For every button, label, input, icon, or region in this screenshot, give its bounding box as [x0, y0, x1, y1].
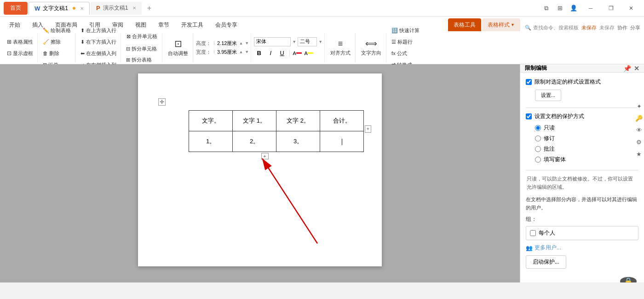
- side-icon-5[interactable]: ★: [634, 149, 644, 159]
- font-color-bar: [296, 52, 302, 54]
- tab-start[interactable]: 开始: [4, 18, 26, 31]
- panel-close-btn[interactable]: ✕: [634, 65, 639, 72]
- unsaved-text: 未保存: [599, 24, 615, 31]
- draw-table-btn[interactable]: ✏️ 绘制表格: [40, 25, 73, 35]
- revisions-label: 修订: [544, 135, 555, 142]
- show-frame-btn[interactable]: ⊡ 显示虚框: [5, 48, 35, 58]
- revisions-radio[interactable]: [535, 135, 541, 141]
- tab-member[interactable]: 会员专享: [210, 18, 243, 31]
- bold-btn[interactable]: B: [254, 48, 264, 58]
- add-tab-button[interactable]: +: [143, 2, 155, 15]
- grid-icon[interactable]: ⊞: [554, 2, 566, 14]
- eraser-label: 擦除: [51, 39, 61, 45]
- demo-tab[interactable]: P 演示文稿1 ✕: [91, 2, 142, 15]
- add-row-button[interactable]: +: [261, 153, 269, 159]
- font-size-input[interactable]: [298, 37, 317, 46]
- protect-button[interactable]: 启动保护...: [526, 255, 566, 269]
- insert-left-btn[interactable]: ⬅ 在左侧插入列: [78, 48, 119, 58]
- height-value: 2.12厘米: [217, 40, 237, 47]
- ribbon-group-draw: ✏️ 绘制表格 🧹 擦除 🗑 删除 ⊞ 汇总: [39, 33, 75, 62]
- restore-button[interactable]: ❐: [602, 2, 620, 15]
- tab-chapter[interactable]: 章节: [153, 18, 175, 31]
- comments-radio[interactable]: [535, 146, 541, 152]
- table-attr-btn[interactable]: ⊞ 表格属性: [5, 37, 35, 47]
- delete-btn[interactable]: 🗑 删除: [40, 48, 73, 58]
- table-icon: ⊞: [7, 39, 12, 45]
- lock-circle-button[interactable]: 🔒: [620, 277, 637, 282]
- readonly-label: 只读: [544, 124, 555, 132]
- more-users-icon: 👥: [526, 245, 533, 251]
- more-users-button[interactable]: 👥 更多用户...: [526, 244, 638, 252]
- tab-developer[interactable]: 开发工具: [176, 18, 209, 31]
- side-icon-3[interactable]: 👁: [634, 125, 644, 135]
- side-icon-4[interactable]: ⚙: [634, 137, 644, 147]
- eraser-btn[interactable]: 🧹 擦除: [40, 37, 73, 47]
- user-icon[interactable]: 👤: [568, 2, 580, 14]
- height-spin-down[interactable]: ▼: [245, 41, 249, 45]
- table-header-0[interactable]: 文字。: [189, 111, 233, 131]
- insert-below-btn[interactable]: ⬇ 在下方插入行: [78, 37, 119, 47]
- side-icon-2[interactable]: 🔑: [634, 113, 644, 123]
- width-spin-down[interactable]: ▼: [245, 50, 249, 54]
- textdir-btn[interactable]: ⟺ 文字方向: [358, 35, 384, 61]
- split-cells-btn[interactable]: ⊟ 拆分单元格: [124, 44, 160, 54]
- fillform-radio[interactable]: [535, 157, 541, 163]
- underline-btn[interactable]: U: [277, 48, 287, 58]
- home-tab-label: 首页: [10, 4, 21, 12]
- insert-above-btn[interactable]: ⬆ 在上方插入行: [78, 25, 119, 35]
- home-tab[interactable]: 首页: [4, 2, 28, 15]
- wdoc-tab[interactable]: W 文字文稿1 ✕: [29, 2, 90, 15]
- table-header-1[interactable]: 文字 1。: [233, 111, 276, 131]
- tab-view[interactable]: 视图: [130, 18, 152, 31]
- panel-sub-description: 在文档中选择部分内容，并选择可以对其进行编辑的用户。: [526, 196, 638, 212]
- italic-btn[interactable]: I: [265, 48, 276, 58]
- wdoc-label: 文字文稿1: [43, 5, 68, 12]
- settings-button[interactable]: 设置...: [535, 90, 561, 101]
- option-readonly: 只读: [535, 124, 638, 132]
- font-name-input[interactable]: [254, 37, 291, 46]
- auto-fit-btn[interactable]: ⊡ 自动调整: [165, 35, 191, 61]
- table-cell-0-2[interactable]: 3。: [276, 131, 320, 152]
- option-revisions: 修订: [535, 135, 638, 142]
- table-cell-0-1[interactable]: 2。: [233, 131, 276, 152]
- doc-protection-checkbox[interactable]: [526, 113, 532, 119]
- side-icon-1[interactable]: ✦: [634, 101, 644, 111]
- add-col-button[interactable]: +: [365, 125, 371, 133]
- panel-pin-btn[interactable]: 📌: [623, 65, 631, 72]
- demo-label: 演示文稿1: [103, 4, 128, 12]
- highlight-btn[interactable]: A: [304, 48, 314, 58]
- everyone-checkbox[interactable]: [530, 230, 536, 236]
- formula-btn[interactable]: fx 公式: [389, 48, 422, 58]
- split-table-btn[interactable]: ⊞ 拆分表格: [124, 55, 160, 65]
- table-move-handle[interactable]: ✛: [158, 98, 166, 106]
- size-dropdown-arrow[interactable]: ▼: [318, 39, 322, 44]
- quick-calc-btn[interactable]: 🔢 快速计算: [389, 25, 422, 35]
- collab-btn[interactable]: 协作: [617, 24, 627, 31]
- table-cell-0-0[interactable]: 1。: [189, 131, 233, 152]
- font-color-btn[interactable]: A: [292, 48, 302, 58]
- draw-label: 绘制表格: [51, 27, 71, 34]
- search-placeholder[interactable]: 查找命令、搜索模板: [533, 24, 579, 31]
- alignment-btn[interactable]: ≡ 对齐方式: [328, 35, 353, 61]
- format-protection-section: 限制对选定的样式设置格式 设置...: [526, 78, 638, 101]
- multi-window-icon[interactable]: ⧉: [540, 2, 552, 14]
- width-spin-up[interactable]: ▲: [239, 50, 243, 54]
- demo-close[interactable]: ✕: [132, 6, 136, 11]
- height-spin-up[interactable]: ▲: [239, 41, 243, 45]
- font-dropdown-arrow[interactable]: ▼: [292, 39, 296, 44]
- table-header-3[interactable]: 合计。: [320, 111, 364, 131]
- ribbon-content: ⊞ 表格属性 ⊡ 显示虚框 ✏️ 绘制表格 🧹 擦除 🗑 删除: [0, 31, 644, 64]
- table-header-2[interactable]: 文字 2。: [276, 111, 320, 131]
- minimize-button[interactable]: ─: [581, 2, 600, 15]
- wdoc-close[interactable]: ✕: [80, 6, 84, 11]
- close-button[interactable]: ✕: [622, 2, 640, 15]
- format-protection-checkbox[interactable]: [526, 79, 532, 85]
- tab-table-style[interactable]: 表格样式 ▼: [482, 18, 520, 31]
- table-cell-0-3[interactable]: [320, 131, 364, 152]
- share-btn[interactable]: 分享: [630, 24, 640, 31]
- merge-cells-btn[interactable]: ⊠ 合并单元格: [124, 30, 160, 43]
- header-btn[interactable]: ☰ 标题行: [389, 37, 422, 47]
- tab-table-tool[interactable]: 表格工具: [448, 18, 481, 31]
- readonly-radio[interactable]: [535, 125, 541, 131]
- delete-icon: 🗑: [43, 51, 48, 56]
